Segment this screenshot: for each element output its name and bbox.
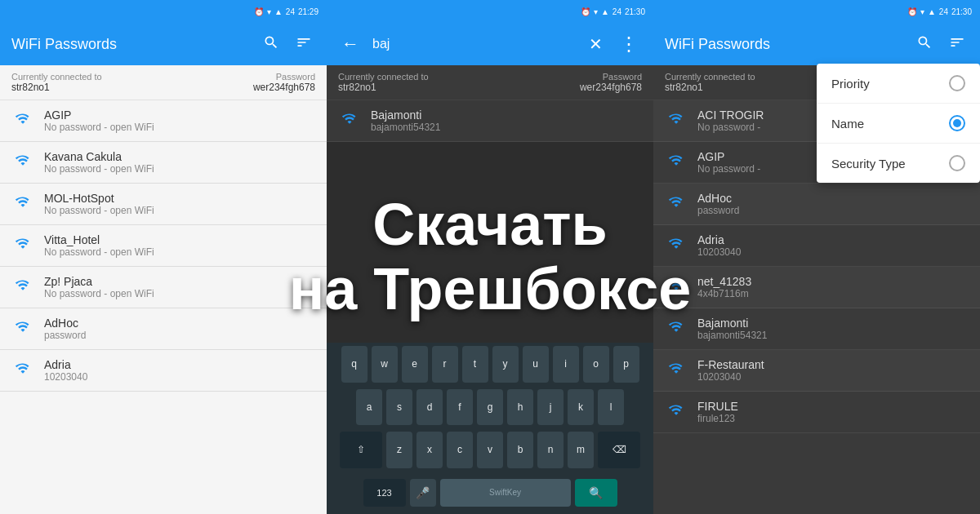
wifi-list-1: AGIP No password - open WiFi Kavana Caku… <box>0 100 327 514</box>
dropdown-label-name: Name <box>831 117 864 131</box>
key-c[interactable]: c <box>447 432 473 468</box>
key-h[interactable]: h <box>507 389 533 426</box>
list-item[interactable]: F-Restaurant 10203040 <box>653 350 980 392</box>
keyboard-overlay: q w e r t y u i o p a s d f g h j k l <box>327 343 653 514</box>
wifi-name: Bajamonti <box>697 317 767 330</box>
key-k[interactable]: k <box>568 389 594 426</box>
connected-ssid-1: str82no1 <box>11 82 102 93</box>
wifi-password: firule123 <box>697 413 738 424</box>
wifi-password: No password - open WiFi <box>44 205 154 216</box>
key-z[interactable]: z <box>386 432 412 468</box>
connected-banner-2: Currently connected to str82no1 Password… <box>327 65 653 100</box>
wifi-name: Zp! Pjaca <box>44 275 154 288</box>
list-item[interactable]: AGIP No password - open WiFi <box>0 100 327 142</box>
key-y[interactable]: y <box>492 346 519 383</box>
connected-ssid-3: str82no1 <box>665 82 755 93</box>
password-label-1: Password <box>276 72 315 82</box>
wifi-password: No password - open WiFi <box>44 163 154 175</box>
wifi-icon <box>665 235 688 256</box>
list-item[interactable]: AdHoc password <box>653 184 980 225</box>
list-item[interactable]: Kavana Cakula No password - open WiFi <box>0 142 327 184</box>
search-button-3[interactable] <box>913 31 936 58</box>
signal-icon-2: ▲ <box>601 7 609 16</box>
key-i[interactable]: i <box>553 346 579 383</box>
key-o[interactable]: o <box>583 346 609 383</box>
wifi-status-icon-2: ▾ <box>594 7 598 16</box>
search-input-2[interactable] <box>372 37 576 51</box>
wifi-name: Bajamonti <box>371 109 440 122</box>
key-w[interactable]: w <box>372 346 398 383</box>
key-v[interactable]: v <box>477 432 503 468</box>
key-q[interactable]: q <box>341 346 368 383</box>
wifi-name: Adria <box>44 358 87 371</box>
key-space[interactable]: SwiftKey <box>440 479 571 507</box>
status-icons-1: ⏰ ▾ ▲ 24 21:29 <box>254 7 318 16</box>
clear-button-2[interactable]: ✕ <box>586 31 606 57</box>
filter-button-1[interactable] <box>292 31 315 58</box>
list-item[interactable]: FIRULE firule123 <box>653 392 980 433</box>
list-item[interactable]: Adria 10203040 <box>0 350 327 392</box>
key-123[interactable]: 123 <box>363 479 406 507</box>
key-l[interactable]: l <box>598 389 624 426</box>
toolbar-3: WiFi Passwords <box>653 23 980 65</box>
filter-button-3[interactable] <box>946 31 969 58</box>
dropdown-item-priority[interactable]: Priority <box>817 64 980 104</box>
key-backspace[interactable]: ⌫ <box>598 432 640 468</box>
list-item[interactable]: Vitta_Hotel No password - open WiFi <box>0 225 327 267</box>
key-n[interactable]: n <box>537 432 564 468</box>
wifi-password: password <box>44 330 86 341</box>
radio-priority <box>949 75 965 91</box>
key-mic[interactable]: 🎤 <box>410 479 436 507</box>
wifi-password: No password - open WiFi <box>44 246 154 258</box>
key-g[interactable]: g <box>477 389 503 426</box>
signal-icon-3: ▲ <box>928 7 936 16</box>
key-b[interactable]: b <box>507 432 533 468</box>
more-button-2[interactable]: ⋮ <box>616 29 642 59</box>
wifi-icon <box>11 235 34 256</box>
dropdown-label-priority: Priority <box>831 77 870 91</box>
list-item[interactable]: AdHoc password <box>0 308 327 350</box>
search-button-1[interactable] <box>260 31 283 58</box>
wifi-password: 10203040 <box>697 371 764 383</box>
list-item[interactable]: MOL-HotSpot No password - open WiFi <box>0 184 327 225</box>
key-e[interactable]: e <box>402 346 428 383</box>
dropdown-item-name[interactable]: Name <box>817 104 980 144</box>
alarm-icon: ⏰ <box>254 7 264 16</box>
wifi-icon <box>11 110 34 131</box>
key-s[interactable]: s <box>386 389 412 426</box>
list-item[interactable]: Bajamonti bajamonti54321 <box>327 100 653 142</box>
key-m[interactable]: m <box>568 432 594 468</box>
wifi-password: No password - open WiFi <box>44 122 154 133</box>
key-r[interactable]: r <box>432 346 458 383</box>
screen-1: ⏰ ▾ ▲ 24 21:29 WiFi Passwords Currently … <box>0 0 327 514</box>
key-x[interactable]: x <box>416 432 443 468</box>
radio-name <box>949 115 965 131</box>
wifi-icon <box>11 152 34 173</box>
key-search[interactable]: 🔍 <box>575 479 617 507</box>
wifi-name: ACI TROGIR <box>697 109 764 122</box>
key-p[interactable]: p <box>613 346 639 383</box>
key-a[interactable]: a <box>356 389 382 426</box>
list-item[interactable]: Adria 10203040 <box>653 225 980 267</box>
key-shift[interactable]: ⇧ <box>340 432 382 468</box>
key-j[interactable]: j <box>537 389 564 426</box>
connected-label-2: Currently connected to <box>338 72 429 82</box>
battery-icon-2: 24 <box>612 7 621 16</box>
dropdown-item-security[interactable]: Security Type <box>817 144 980 183</box>
wifi-name: net_41283 <box>697 275 751 288</box>
wifi-name: MOL-HotSpot <box>44 192 154 205</box>
list-item[interactable]: net_41283 4x4b7116m <box>653 267 980 308</box>
list-item[interactable]: Zp! Pjaca No password - open WiFi <box>0 267 327 308</box>
wifi-password: No password - open WiFi <box>44 288 154 299</box>
wifi-password: 4x4b7116m <box>697 288 751 299</box>
list-item[interactable]: Bajamonti bajamonti54321 <box>653 308 980 350</box>
signal-icon: ▲ <box>274 7 283 16</box>
back-button-2[interactable]: ← <box>338 30 363 58</box>
wifi-password: bajamonti54321 <box>371 122 440 133</box>
key-f[interactable]: f <box>447 389 473 426</box>
password-val-2: wer234fgh678 <box>580 82 642 93</box>
key-u[interactable]: u <box>523 346 549 383</box>
keyboard-row-2: a s d f g h j k l <box>327 386 653 429</box>
key-d[interactable]: d <box>416 389 443 426</box>
key-t[interactable]: t <box>462 346 488 383</box>
